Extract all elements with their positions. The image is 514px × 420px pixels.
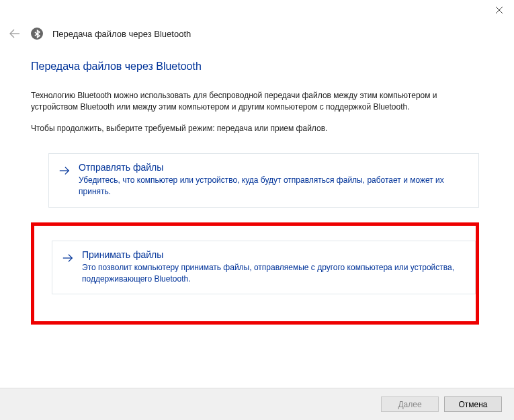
option-receive-files[interactable]: Принимать файлы Это позволит компьютеру … (52, 241, 476, 295)
back-button[interactable] (8, 27, 22, 40)
window-title: Передача файлов через Bluetooth (52, 29, 191, 39)
cancel-button[interactable]: Отмена (444, 396, 502, 412)
arrow-right-icon (62, 251, 74, 265)
page-heading: Передача файлов через Bluetooth (31, 60, 479, 73)
intro-text-1: Технологию Bluetooth можно использовать … (31, 90, 479, 114)
next-button: Далее (381, 396, 439, 412)
option-receive-desc: Это позволит компьютеру принимать файлы,… (82, 262, 466, 285)
close-icon (496, 7, 503, 13)
window-header: Передача файлов через Bluetooth (8, 27, 191, 40)
option-send-files[interactable]: Отправлять файлы Убедитесь, что компьюте… (48, 153, 479, 208)
option-send-desc: Убедитесь, что компьютер или устройство,… (79, 175, 469, 198)
intro-text-2: Чтобы продолжить, выберите требуемый реж… (31, 123, 479, 134)
footer-bar: Далее Отмена (0, 388, 514, 420)
bluetooth-icon (31, 28, 43, 40)
arrow-right-icon (58, 163, 71, 178)
close-button[interactable] (484, 0, 514, 20)
option-receive-title: Принимать файлы (82, 249, 466, 260)
option-send-title: Отправлять файлы (79, 162, 469, 173)
highlight-annotation: Принимать файлы Это позволит компьютеру … (31, 222, 479, 325)
back-arrow-icon (8, 27, 22, 40)
